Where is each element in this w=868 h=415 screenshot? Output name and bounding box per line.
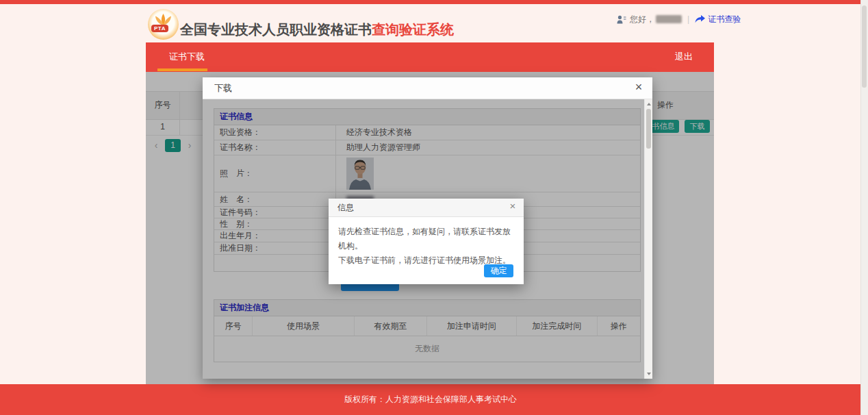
copyright-text: 版权所有：人力资源和社会保障部人事考试中心 xyxy=(344,394,517,405)
cpta-logo: PTA xyxy=(148,9,179,40)
username-redacted xyxy=(656,15,682,23)
info-modal-titlebar: 信息 × xyxy=(329,199,524,217)
scroll-down-icon[interactable] xyxy=(647,373,651,375)
info-modal-message: 请先检查证书信息，如有疑问，请联系证书发放机构。 下载电子证书前，请先进行证书使… xyxy=(338,225,515,268)
site-title-accent: 查询验证系统 xyxy=(372,22,454,37)
main-navbar: 证书下载 退出 xyxy=(146,42,714,72)
greeting-text: 您好， xyxy=(630,14,654,25)
ok-button[interactable]: 确定 xyxy=(484,264,513,277)
scrollbar-thumb[interactable] xyxy=(646,109,651,149)
browser-scrollbar[interactable] xyxy=(860,0,868,415)
certificate-verify-link[interactable]: 证书查验 xyxy=(708,14,741,25)
site-header: PTA 全国专业技术人员职业资格证书查询验证系统 您好， | 证书查验 xyxy=(0,4,861,42)
userbar-divider: | xyxy=(687,14,689,24)
download-modal-titlebar: 下载 × xyxy=(203,77,652,99)
logo-pta-badge: PTA xyxy=(151,25,168,32)
footer: 版权所有：人力资源和社会保障部人事考试中心 xyxy=(0,384,861,415)
share-arrow-icon xyxy=(695,15,705,23)
site-title: 全国专业技术人员职业资格证书查询验证系统 xyxy=(180,21,454,39)
info-modal: 信息 × 请先检查证书信息，如有疑问，请联系证书发放机构。 下载电子证书前，请先… xyxy=(329,199,524,284)
browser-scrollbar-thumb[interactable] xyxy=(862,5,867,88)
modal-scrollbar[interactable] xyxy=(644,99,652,379)
message-line-1: 请先检查证书信息，如有疑问，请联系证书发放机构。 xyxy=(338,225,515,253)
user-bar: 您好， | 证书查验 xyxy=(617,13,741,25)
close-icon[interactable]: × xyxy=(507,200,519,214)
site-title-main: 全国专业技术人员职业资格证书 xyxy=(180,22,372,37)
active-tab-indicator xyxy=(157,68,207,71)
info-modal-title: 信息 xyxy=(337,199,354,216)
logout-button[interactable]: 退出 xyxy=(675,42,693,72)
user-icon xyxy=(617,15,626,24)
download-modal-title: 下载 xyxy=(214,77,232,99)
close-icon[interactable]: × xyxy=(631,80,646,97)
page: PTA 全国专业技术人员职业资格证书查询验证系统 您好， | 证书查验 xyxy=(0,0,868,415)
tab-certificate-download[interactable]: 证书下载 xyxy=(169,42,205,72)
scroll-up-icon[interactable] xyxy=(647,103,651,105)
